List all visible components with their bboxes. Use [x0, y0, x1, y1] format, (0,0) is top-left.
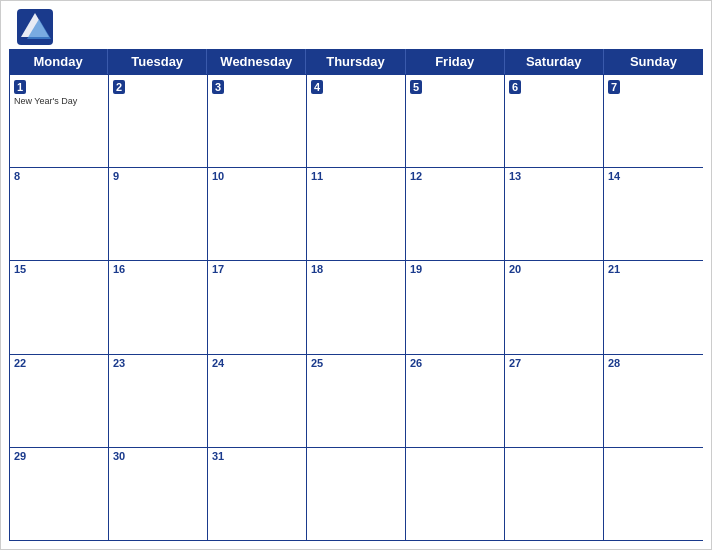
day-header-thursday: Thursday: [306, 49, 405, 74]
day-cell: 1New Year's Day: [10, 75, 109, 167]
day-cell: 27: [505, 355, 604, 447]
day-cell: 8: [10, 168, 109, 260]
day-number: 8: [14, 170, 104, 182]
day-cell: 15: [10, 261, 109, 353]
day-cell: 26: [406, 355, 505, 447]
day-header-saturday: Saturday: [505, 49, 604, 74]
day-cell: [505, 448, 604, 540]
calendar-page: MondayTuesdayWednesdayThursdayFridaySatu…: [0, 0, 712, 550]
day-number: 29: [14, 450, 104, 462]
logo-icon: [17, 9, 53, 45]
day-cell: 16: [109, 261, 208, 353]
day-number: 17: [212, 263, 302, 275]
calendar-grid: MondayTuesdayWednesdayThursdayFridaySatu…: [9, 49, 703, 541]
day-number: 6: [509, 80, 521, 94]
day-number: 26: [410, 357, 500, 369]
day-headers-row: MondayTuesdayWednesdayThursdayFridaySatu…: [9, 49, 703, 74]
day-number: 13: [509, 170, 599, 182]
day-cell: 3: [208, 75, 307, 167]
holiday-label: New Year's Day: [14, 96, 104, 107]
day-cell: 28: [604, 355, 703, 447]
day-cell: 10: [208, 168, 307, 260]
day-number: 28: [608, 357, 699, 369]
week-row-4: 293031: [10, 447, 703, 540]
day-cell: 18: [307, 261, 406, 353]
day-number: 27: [509, 357, 599, 369]
day-number: 20: [509, 263, 599, 275]
day-header-friday: Friday: [406, 49, 505, 74]
week-row-1: 891011121314: [10, 167, 703, 260]
day-number: 18: [311, 263, 401, 275]
day-cell: 30: [109, 448, 208, 540]
day-number: 21: [608, 263, 699, 275]
day-cell: 21: [604, 261, 703, 353]
day-cell: 6: [505, 75, 604, 167]
day-number: 22: [14, 357, 104, 369]
day-cell: 7: [604, 75, 703, 167]
day-header-monday: Monday: [9, 49, 108, 74]
day-number: 24: [212, 357, 302, 369]
week-row-3: 22232425262728: [10, 354, 703, 447]
day-cell: 11: [307, 168, 406, 260]
day-cell: 23: [109, 355, 208, 447]
weeks-container: 1New Year's Day2345678910111213141516171…: [9, 74, 703, 541]
day-cell: 5: [406, 75, 505, 167]
day-number: 3: [212, 80, 224, 94]
day-number: 30: [113, 450, 203, 462]
day-number: 1: [14, 80, 26, 94]
day-cell: 29: [10, 448, 109, 540]
day-cell: 22: [10, 355, 109, 447]
day-cell: 13: [505, 168, 604, 260]
header: [1, 1, 711, 49]
day-number: 23: [113, 357, 203, 369]
logo: [17, 9, 57, 45]
day-cell: 19: [406, 261, 505, 353]
day-header-tuesday: Tuesday: [108, 49, 207, 74]
day-number: 7: [608, 80, 620, 94]
day-cell: [307, 448, 406, 540]
day-number: 10: [212, 170, 302, 182]
day-cell: 25: [307, 355, 406, 447]
day-cell: 9: [109, 168, 208, 260]
day-cell: 17: [208, 261, 307, 353]
day-cell: 31: [208, 448, 307, 540]
day-number: 14: [608, 170, 699, 182]
day-number: 5: [410, 80, 422, 94]
day-cell: 4: [307, 75, 406, 167]
day-number: 19: [410, 263, 500, 275]
day-header-wednesday: Wednesday: [207, 49, 306, 74]
day-number: 11: [311, 170, 401, 182]
day-cell: 12: [406, 168, 505, 260]
week-row-0: 1New Year's Day234567: [10, 74, 703, 167]
day-cell: 2: [109, 75, 208, 167]
day-number: 9: [113, 170, 203, 182]
day-number: 16: [113, 263, 203, 275]
day-cell: [604, 448, 703, 540]
day-number: 15: [14, 263, 104, 275]
day-header-sunday: Sunday: [604, 49, 703, 74]
day-number: 31: [212, 450, 302, 462]
day-cell: 14: [604, 168, 703, 260]
day-number: 12: [410, 170, 500, 182]
day-cell: [406, 448, 505, 540]
day-number: 25: [311, 357, 401, 369]
day-cell: 24: [208, 355, 307, 447]
week-row-2: 15161718192021: [10, 260, 703, 353]
day-number: 4: [311, 80, 323, 94]
day-cell: 20: [505, 261, 604, 353]
day-number: 2: [113, 80, 125, 94]
